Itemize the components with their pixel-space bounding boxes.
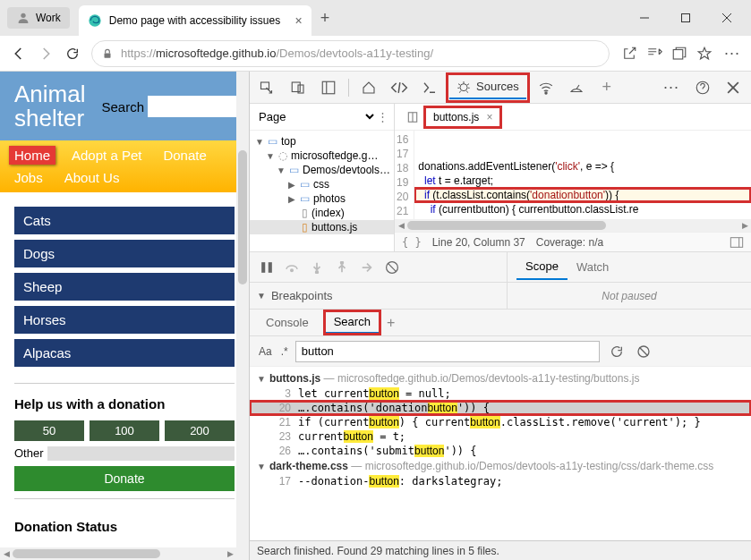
nav-adopt[interactable]: Adopt a Pet	[66, 146, 147, 165]
tab-close-icon[interactable]: ×	[295, 13, 303, 28]
read-aloud-icon[interactable]	[645, 45, 663, 63]
browser-menu-button[interactable]: ···	[719, 44, 746, 63]
nav-donate[interactable]: Donate	[158, 146, 211, 165]
svg-point-24	[291, 269, 294, 272]
file-nav-icon[interactable]	[400, 105, 425, 130]
svg-point-13	[460, 83, 467, 90]
add-drawer-tab-icon[interactable]: +	[387, 315, 395, 331]
profile-label: Work	[36, 12, 61, 24]
main-nav: Home Adopt a Pet Donate Jobs About Us	[0, 140, 249, 192]
step-out-icon[interactable]	[332, 258, 352, 277]
svg-rect-8	[261, 82, 269, 89]
category-item[interactable]: Horses	[14, 306, 235, 334]
console-drawer-tab[interactable]: Console	[257, 312, 318, 333]
site-brand: Animalshelter	[14, 82, 85, 132]
donation-heading: Help us with a donation	[0, 391, 249, 420]
sidebar-toggle-icon[interactable]	[730, 236, 744, 249]
bug-icon	[457, 80, 471, 94]
cursor-position: Line 20, Column 37	[432, 236, 525, 249]
step-into-icon[interactable]	[307, 258, 327, 277]
nav-jobs[interactable]: Jobs	[9, 168, 48, 187]
pretty-print-icon[interactable]: { }	[402, 236, 422, 249]
donation-amount-button[interactable]: 100	[90, 420, 159, 441]
tab-title: Demo page with accessibility issues	[109, 14, 290, 27]
close-window-button[interactable]	[706, 4, 747, 32]
watch-tab[interactable]: Watch	[568, 255, 618, 279]
step-over-icon[interactable]	[282, 258, 302, 277]
minimize-button[interactable]	[624, 4, 665, 32]
svg-point-25	[316, 270, 319, 273]
person-icon	[16, 11, 30, 25]
dock-icon[interactable]	[316, 75, 341, 100]
other-amount-input[interactable]	[47, 446, 235, 461]
step-icon[interactable]	[357, 258, 377, 277]
profile-button[interactable]: Work	[7, 7, 70, 29]
browser-tab[interactable]: Demo page with accessibility issues ×	[79, 5, 311, 36]
category-item[interactable]: Alpacas	[14, 339, 235, 367]
donation-amount-button[interactable]: 200	[165, 420, 235, 441]
navigator-more-icon[interactable]: ⋮	[377, 110, 388, 123]
scroll-left-icon[interactable]: ◀	[0, 547, 13, 560]
svg-point-14	[545, 91, 547, 93]
svg-line-30	[639, 347, 647, 355]
site-search-input[interactable]	[148, 96, 237, 117]
tracking-prevention-icon[interactable]	[620, 45, 638, 63]
search-drawer-tab[interactable]: Search	[325, 311, 380, 334]
donate-button[interactable]: Donate	[14, 466, 235, 491]
address-bar[interactable]: https://microsoftedge.github.io/Demos/de…	[91, 40, 610, 67]
deactivate-breakpoints-icon[interactable]	[382, 258, 402, 277]
favorite-icon[interactable]	[696, 45, 713, 63]
scope-tab[interactable]: Scope	[516, 254, 568, 280]
maximize-button[interactable]	[665, 4, 706, 32]
nav-about[interactable]: About Us	[59, 168, 125, 187]
more-tabs-button[interactable]: +	[594, 75, 619, 100]
category-item[interactable]: Dogs	[14, 240, 235, 267]
refresh-button[interactable]	[59, 40, 86, 67]
edge-favicon-icon	[88, 13, 102, 28]
regex-toggle[interactable]: .*	[281, 345, 288, 358]
pause-button[interactable]	[257, 258, 277, 277]
not-paused-label: Not paused	[508, 283, 751, 309]
new-tab-button[interactable]: +	[320, 9, 330, 28]
help-icon[interactable]	[690, 75, 715, 100]
sources-tab[interactable]: Sources	[449, 76, 526, 99]
clear-search-icon[interactable]	[634, 342, 653, 361]
back-button[interactable]	[5, 40, 32, 67]
search-results[interactable]: ▼buttons.js — microsoftedge.github.io/De…	[250, 367, 751, 540]
performance-tab-icon[interactable]	[564, 75, 589, 100]
scroll-right-icon[interactable]: ▶	[224, 547, 236, 560]
forward-button	[32, 40, 59, 67]
close-file-icon[interactable]: ×	[486, 111, 492, 123]
donation-status-heading: Donation Status	[0, 506, 249, 539]
navigator-mode-select[interactable]: Page	[255, 109, 377, 124]
devtools-panel: Sources + ··· Page ⋮ ▼▭top ▼◌	[249, 72, 751, 560]
network-tab-icon[interactable]	[533, 75, 559, 100]
nav-home[interactable]: Home	[9, 146, 55, 165]
svg-rect-22	[261, 262, 265, 273]
inspect-icon[interactable]	[255, 75, 280, 100]
svg-rect-23	[269, 262, 272, 273]
page-scrollbar[interactable]	[236, 72, 249, 560]
open-file-tab[interactable]: buttons.js×	[425, 107, 500, 127]
refresh-search-icon[interactable]	[607, 342, 627, 361]
svg-point-26	[341, 261, 344, 264]
category-item[interactable]: Cats	[14, 207, 235, 234]
category-item[interactable]: Sheep	[14, 273, 235, 301]
breakpoints-section[interactable]: ▼Breakpoints	[250, 283, 508, 309]
svg-rect-6	[105, 53, 111, 57]
svg-line-28	[388, 263, 397, 272]
page-content: Animalshelter Search Home Adopt a Pet Do…	[0, 72, 249, 560]
welcome-tab-icon[interactable]	[356, 75, 381, 100]
match-case-toggle[interactable]: Aa	[257, 344, 274, 360]
donation-amount-button[interactable]: 50	[14, 420, 84, 441]
svg-rect-9	[292, 82, 300, 92]
search-input[interactable]	[295, 341, 600, 362]
device-toolbar-icon[interactable]	[286, 75, 311, 100]
svg-point-0	[21, 13, 25, 18]
console-tab-icon[interactable]	[417, 75, 442, 100]
file-tree[interactable]: ▼▭top ▼◌microsoftedge.g… ▼▭Demos/devtool…	[250, 131, 394, 238]
close-devtools-button[interactable]	[721, 75, 746, 100]
collections-icon[interactable]	[670, 45, 688, 63]
devtools-menu-button[interactable]: ···	[658, 78, 685, 97]
elements-tab-icon[interactable]	[387, 75, 412, 100]
